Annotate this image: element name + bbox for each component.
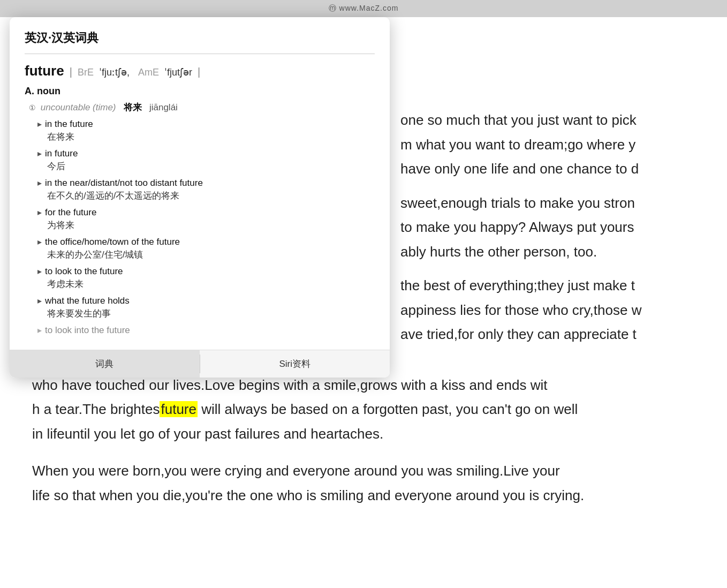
watermark-text: ⓜ www.MacZ.com xyxy=(329,4,399,13)
dict-tab-bar[interactable]: 词典 Siri资料 xyxy=(10,350,390,378)
example-en-3: for the future xyxy=(45,207,96,217)
dict-example-7: ▸to look into the future xyxy=(37,325,375,336)
example-en-1: in future xyxy=(45,148,78,159)
dict-word-line: future | BrE ˈfjuːtʃə, AmE ˈfjutʃər | xyxy=(25,63,375,79)
bg-line-2: m what you want to dream;go where y xyxy=(400,133,711,157)
dict-example-4: ▸the office/home/town of the future 未来的办… xyxy=(37,237,375,261)
tab-dict[interactable]: 词典 xyxy=(10,350,200,378)
dict-bre-phonetic: ˈfjuːtʃə, xyxy=(99,66,130,78)
bottom-para-4: life so that when you die,you're the one… xyxy=(32,484,695,508)
bottom-para-2: in lifeuntil you let go of your past fai… xyxy=(32,422,695,447)
dict-example-3: ▸for the future 为将来 xyxy=(37,207,375,231)
tab-siri[interactable]: Siri资料 xyxy=(200,350,390,378)
example-en-6: what the future holds xyxy=(45,296,130,306)
dict-sense: ① uncountable (time) 将来 jiānglái xyxy=(25,101,375,114)
bg-line-8: appiness lies for those who cry,those w xyxy=(400,298,711,323)
example-cn-1: 今后 xyxy=(37,160,375,172)
example-en-4: the office/home/town of the future xyxy=(45,237,180,247)
example-cn-4: 未来的办公室/住宅/城镇 xyxy=(37,248,375,261)
example-cn-6: 将来要发生的事 xyxy=(37,307,375,320)
example-cn-3: 为将来 xyxy=(37,219,375,231)
example-cn-0: 在将来 xyxy=(37,131,375,143)
example-en-2: in the near/distant/not too distant futu… xyxy=(45,178,203,188)
dict-example-0: ▸in the future 在将来 xyxy=(37,119,375,143)
highlighted-future: future xyxy=(160,401,198,417)
bg-line-7: the best of everything;they just make t xyxy=(400,274,711,298)
example-cn-2: 在不久的/遥远的/不太遥远的将来 xyxy=(37,190,375,202)
bg-line-9: ave tried,for only they can appreciate t xyxy=(400,322,711,347)
dict-example-1: ▸in future 今后 xyxy=(37,148,375,172)
dict-bre-label: BrE xyxy=(78,67,94,78)
dict-sense-type: uncountable (time) xyxy=(41,102,116,112)
dict-example-6: ▸what the future holds 将来要发生的事 xyxy=(37,296,375,320)
bg-line-3: have only one life and one chance to d xyxy=(400,157,711,182)
dict-sense-pinyin: jiānglái xyxy=(149,102,178,112)
dict-sep-right: | xyxy=(198,66,200,78)
dict-pos-label: A. noun xyxy=(25,86,375,97)
dict-example-5: ▸to look to the future 考虑未来 xyxy=(37,266,375,290)
bg-line-1: one so much that you just want to pick xyxy=(400,108,711,133)
bottom-para-1b: h a tear.The brightesfuture will always … xyxy=(32,397,695,422)
dict-ame-label: AmE xyxy=(138,67,159,78)
example-en-0: in the future xyxy=(45,119,93,129)
dict-word: future xyxy=(25,63,64,79)
example-en-7: to look into the future xyxy=(45,325,130,335)
bg-line-5: to make you happy? Always put yours xyxy=(400,215,711,240)
dict-sep-left: | xyxy=(70,66,72,78)
bg-line-4: sweet,enough trials to make you stron xyxy=(400,191,711,216)
example-cn-5: 考虑未来 xyxy=(37,278,375,290)
dict-sense-cn: 将来 xyxy=(124,102,142,112)
dict-example-2: ▸in the near/distant/not too distant fut… xyxy=(37,178,375,202)
bg-line-6: ably hurts the other person, too. xyxy=(400,240,711,265)
bottom-para-3: When you were born,you were crying and e… xyxy=(32,459,695,484)
dict-ame-phonetic: ˈfjutʃər xyxy=(164,66,192,78)
example-en-5: to look to the future xyxy=(45,266,123,276)
dictionary-popup: 英汉·汉英词典 future | BrE ˈfjuːtʃə, AmE ˈfjut… xyxy=(10,17,390,378)
dict-sense-num: ① xyxy=(29,103,36,112)
watermark-bar: ⓜ www.MacZ.com xyxy=(0,0,727,17)
dict-title: 英汉·汉英词典 xyxy=(25,30,375,54)
dict-examples: ▸in the future 在将来 ▸in future 今后 ▸in the… xyxy=(25,119,375,336)
